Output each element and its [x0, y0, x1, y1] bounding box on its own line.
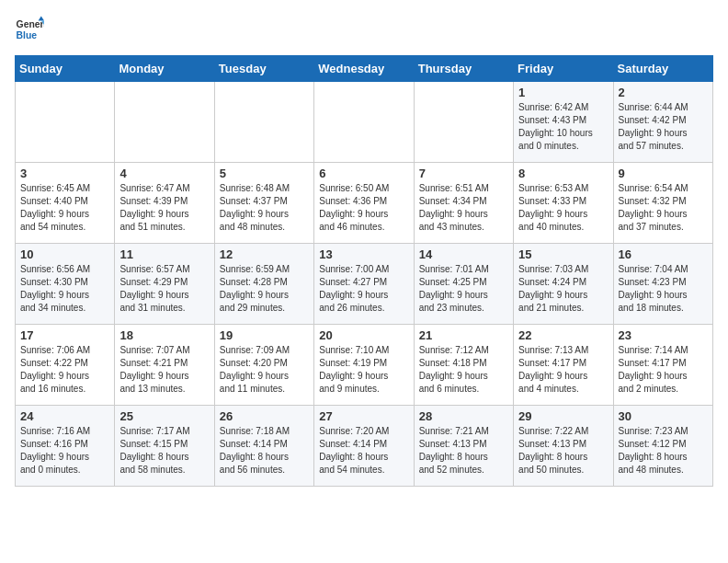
calendar-cell: 12Sunrise: 6:59 AM Sunset: 4:28 PM Dayli…: [214, 244, 313, 325]
calendar-cell: 11Sunrise: 6:57 AM Sunset: 4:29 PM Dayli…: [115, 244, 214, 325]
page-header: General Blue: [15, 15, 713, 44]
day-info: Sunrise: 7:06 AM Sunset: 4:22 PM Dayligh…: [20, 344, 109, 396]
day-number: 14: [419, 247, 508, 261]
calendar-cell: 17Sunrise: 7:06 AM Sunset: 4:22 PM Dayli…: [16, 325, 115, 406]
day-info: Sunrise: 6:44 AM Sunset: 4:42 PM Dayligh…: [619, 101, 708, 153]
calendar-cell: 21Sunrise: 7:12 AM Sunset: 4:18 PM Dayli…: [414, 325, 513, 406]
calendar-cell: 22Sunrise: 7:13 AM Sunset: 4:17 PM Dayli…: [514, 325, 613, 406]
calendar-table: SundayMondayTuesdayWednesdayThursdayFrid…: [15, 55, 713, 487]
calendar-cell: 5Sunrise: 6:48 AM Sunset: 4:37 PM Daylig…: [214, 163, 313, 244]
day-info: Sunrise: 6:48 AM Sunset: 4:37 PM Dayligh…: [220, 182, 309, 234]
weekday-header-thursday: Thursday: [414, 56, 513, 82]
weekday-header-saturday: Saturday: [613, 56, 712, 82]
day-info: Sunrise: 7:14 AM Sunset: 4:17 PM Dayligh…: [619, 344, 708, 396]
day-info: Sunrise: 7:10 AM Sunset: 4:19 PM Dayligh…: [319, 344, 408, 396]
day-number: 29: [518, 409, 608, 423]
calendar-cell: 7Sunrise: 6:51 AM Sunset: 4:34 PM Daylig…: [414, 163, 513, 244]
calendar-cell: 8Sunrise: 6:53 AM Sunset: 4:33 PM Daylig…: [514, 163, 613, 244]
day-info: Sunrise: 6:50 AM Sunset: 4:36 PM Dayligh…: [319, 182, 408, 234]
day-info: Sunrise: 7:23 AM Sunset: 4:12 PM Dayligh…: [619, 425, 708, 477]
calendar-cell: 1Sunrise: 6:42 AM Sunset: 4:43 PM Daylig…: [514, 82, 613, 163]
day-number: 13: [319, 247, 408, 261]
svg-marker-2: [39, 17, 44, 21]
calendar-cell: 15Sunrise: 7:03 AM Sunset: 4:24 PM Dayli…: [514, 244, 613, 325]
day-info: Sunrise: 6:47 AM Sunset: 4:39 PM Dayligh…: [119, 182, 209, 234]
calendar-cell: 4Sunrise: 6:47 AM Sunset: 4:39 PM Daylig…: [115, 163, 214, 244]
day-number: 12: [220, 247, 309, 261]
calendar-week-3: 10Sunrise: 6:56 AM Sunset: 4:30 PM Dayli…: [16, 244, 713, 325]
calendar-cell: [16, 82, 115, 163]
weekday-header-wednesday: Wednesday: [314, 56, 414, 82]
day-number: 11: [119, 247, 209, 261]
calendar-cell: [414, 82, 513, 163]
calendar-cell: 29Sunrise: 7:22 AM Sunset: 4:13 PM Dayli…: [514, 406, 613, 487]
day-info: Sunrise: 6:57 AM Sunset: 4:29 PM Dayligh…: [119, 263, 209, 315]
calendar-week-1: 1Sunrise: 6:42 AM Sunset: 4:43 PM Daylig…: [16, 82, 713, 163]
day-number: 28: [419, 409, 508, 423]
day-info: Sunrise: 7:13 AM Sunset: 4:17 PM Dayligh…: [518, 344, 608, 396]
calendar-cell: 9Sunrise: 6:54 AM Sunset: 4:32 PM Daylig…: [613, 163, 712, 244]
day-number: 10: [20, 247, 109, 261]
day-number: 25: [119, 409, 209, 423]
weekday-header-row: SundayMondayTuesdayWednesdayThursdayFrid…: [16, 56, 713, 82]
day-number: 8: [518, 167, 608, 180]
day-info: Sunrise: 6:56 AM Sunset: 4:30 PM Dayligh…: [20, 263, 109, 315]
day-info: Sunrise: 6:42 AM Sunset: 4:43 PM Dayligh…: [518, 101, 608, 153]
svg-text:General: General: [17, 19, 44, 29]
day-number: 22: [518, 328, 608, 342]
day-info: Sunrise: 7:18 AM Sunset: 4:14 PM Dayligh…: [220, 425, 309, 477]
day-info: Sunrise: 7:01 AM Sunset: 4:25 PM Dayligh…: [419, 263, 508, 315]
calendar-cell: 13Sunrise: 7:00 AM Sunset: 4:27 PM Dayli…: [314, 244, 414, 325]
day-number: 21: [419, 328, 508, 342]
day-number: 3: [20, 167, 109, 180]
day-info: Sunrise: 7:03 AM Sunset: 4:24 PM Dayligh…: [518, 263, 608, 315]
svg-text:Blue: Blue: [17, 30, 38, 40]
day-number: 27: [319, 409, 408, 423]
calendar-cell: [214, 82, 313, 163]
day-info: Sunrise: 7:22 AM Sunset: 4:13 PM Dayligh…: [518, 425, 608, 477]
weekday-header-tuesday: Tuesday: [214, 56, 313, 82]
day-number: 5: [220, 167, 309, 180]
day-number: 6: [319, 167, 408, 180]
day-number: 16: [619, 247, 708, 261]
calendar-cell: 30Sunrise: 7:23 AM Sunset: 4:12 PM Dayli…: [613, 406, 712, 487]
day-info: Sunrise: 7:09 AM Sunset: 4:20 PM Dayligh…: [220, 344, 309, 396]
day-number: 20: [319, 328, 408, 342]
calendar-cell: 19Sunrise: 7:09 AM Sunset: 4:20 PM Dayli…: [214, 325, 313, 406]
day-info: Sunrise: 7:04 AM Sunset: 4:23 PM Dayligh…: [619, 263, 708, 315]
calendar-cell: 18Sunrise: 7:07 AM Sunset: 4:21 PM Dayli…: [115, 325, 214, 406]
calendar-cell: 25Sunrise: 7:17 AM Sunset: 4:15 PM Dayli…: [115, 406, 214, 487]
logo: General Blue: [15, 15, 44, 44]
day-number: 2: [619, 86, 708, 99]
calendar-week-2: 3Sunrise: 6:45 AM Sunset: 4:40 PM Daylig…: [16, 163, 713, 244]
calendar-cell: 16Sunrise: 7:04 AM Sunset: 4:23 PM Dayli…: [613, 244, 712, 325]
calendar-cell: [314, 82, 414, 163]
day-info: Sunrise: 6:54 AM Sunset: 4:32 PM Dayligh…: [619, 182, 708, 234]
day-info: Sunrise: 7:16 AM Sunset: 4:16 PM Dayligh…: [20, 425, 109, 477]
calendar-cell: 20Sunrise: 7:10 AM Sunset: 4:19 PM Dayli…: [314, 325, 414, 406]
day-info: Sunrise: 7:12 AM Sunset: 4:18 PM Dayligh…: [419, 344, 508, 396]
day-number: 24: [20, 409, 109, 423]
day-info: Sunrise: 6:53 AM Sunset: 4:33 PM Dayligh…: [518, 182, 608, 234]
weekday-header-sunday: Sunday: [16, 56, 115, 82]
day-number: 30: [619, 409, 708, 423]
day-number: 17: [20, 328, 109, 342]
day-number: 15: [518, 247, 608, 261]
calendar-week-4: 17Sunrise: 7:06 AM Sunset: 4:22 PM Dayli…: [16, 325, 713, 406]
day-info: Sunrise: 7:20 AM Sunset: 4:14 PM Dayligh…: [319, 425, 408, 477]
day-info: Sunrise: 7:00 AM Sunset: 4:27 PM Dayligh…: [319, 263, 408, 315]
day-number: 23: [619, 328, 708, 342]
calendar-cell: 28Sunrise: 7:21 AM Sunset: 4:13 PM Dayli…: [414, 406, 513, 487]
day-info: Sunrise: 6:45 AM Sunset: 4:40 PM Dayligh…: [20, 182, 109, 234]
calendar-cell: 3Sunrise: 6:45 AM Sunset: 4:40 PM Daylig…: [16, 163, 115, 244]
calendar-cell: 10Sunrise: 6:56 AM Sunset: 4:30 PM Dayli…: [16, 244, 115, 325]
calendar-cell: 27Sunrise: 7:20 AM Sunset: 4:14 PM Dayli…: [314, 406, 414, 487]
calendar-week-5: 24Sunrise: 7:16 AM Sunset: 4:16 PM Dayli…: [16, 406, 713, 487]
day-info: Sunrise: 7:21 AM Sunset: 4:13 PM Dayligh…: [419, 425, 508, 477]
day-number: 18: [119, 328, 209, 342]
calendar-cell: [115, 82, 214, 163]
day-number: 7: [419, 167, 508, 180]
day-info: Sunrise: 6:51 AM Sunset: 4:34 PM Dayligh…: [419, 182, 508, 234]
day-info: Sunrise: 7:07 AM Sunset: 4:21 PM Dayligh…: [119, 344, 209, 396]
calendar-cell: 23Sunrise: 7:14 AM Sunset: 4:17 PM Dayli…: [613, 325, 712, 406]
